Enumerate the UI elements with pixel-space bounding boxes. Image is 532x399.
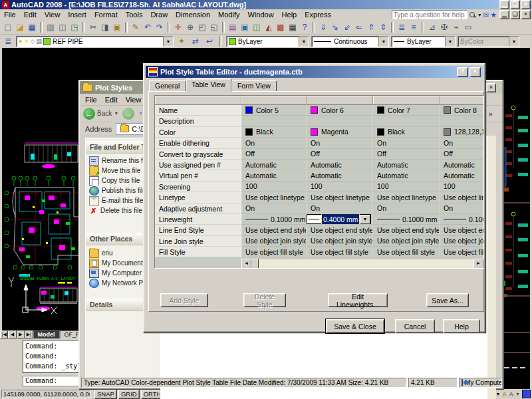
cell-description-col3[interactable] — [440, 116, 484, 126]
column-header-3[interactable] — [373, 96, 440, 105]
color-combo-dropdown-icon[interactable]: ▼ — [299, 37, 309, 47]
layer-combo[interactable]: ● ☀ ◇ ▤ REF PIPE ▼ — [16, 36, 174, 47]
cell-description-col2[interactable] — [373, 116, 440, 126]
back-label[interactable]: Back — [97, 110, 112, 117]
cell-description-col0[interactable] — [241, 116, 307, 126]
menu-edit[interactable]: Edit — [20, 10, 41, 19]
dialog-title-bar[interactable]: Plot Style Table Editor - ductmagenta.ct… — [146, 66, 483, 78]
cell-convert-to-grayscale-col2[interactable]: Off — [373, 149, 440, 160]
status-tray-chevron-icon[interactable]: ▼ — [515, 392, 520, 396]
annotation-tool-icon-4[interactable]: ▭ — [462, 21, 474, 33]
menu-view[interactable]: View — [41, 10, 65, 19]
paste-icon[interactable]: ▣ — [111, 21, 123, 33]
explorer-close-button[interactable]: × — [486, 83, 496, 92]
explorer-menu-file[interactable]: File — [81, 95, 101, 104]
cell-adaptive-adjustment-col2[interactable]: On — [373, 203, 440, 214]
lineweight-combo-open[interactable]: 0.4000 mm▼ — [307, 214, 371, 224]
toggle-grid[interactable]: GRID — [118, 390, 140, 399]
cell-color-col3[interactable]: 128,128,128 — [440, 127, 484, 138]
tab-first-icon[interactable]: |◀ — [0, 331, 8, 338]
match-properties-icon[interactable]: ✎ — [130, 21, 142, 33]
cell-virtual-pen--col0[interactable]: Automatic — [241, 170, 307, 181]
help-button[interactable]: Help — [443, 319, 480, 333]
cell-virtual-pen--col2[interactable]: Automatic — [373, 170, 440, 181]
column-header-4[interactable] — [440, 96, 484, 105]
undo-icon[interactable]: ↶ — [142, 21, 154, 33]
cell-line-end-style-col1[interactable]: Use object end style — [307, 225, 373, 235]
menu-tools[interactable]: Tools — [122, 10, 147, 19]
cell-line-join-style-col3[interactable]: Use object join style — [440, 236, 484, 247]
tab-prev-icon[interactable]: ◀ — [8, 331, 16, 338]
combo-dropdown-icon[interactable]: ▼ — [360, 215, 370, 224]
toolbar-overflow-icon[interactable]: » — [489, 110, 493, 118]
annotation-tool-icon-3[interactable]: ⌁ — [450, 21, 462, 33]
view-nav-icon-1[interactable]: ⇓ — [317, 21, 329, 33]
menu-help[interactable]: Help — [278, 10, 301, 19]
cell-enable-dithering-col1[interactable]: On — [307, 138, 373, 148]
open-icon[interactable]: ◪ — [14, 21, 26, 33]
scroll-right-icon[interactable]: ► — [473, 259, 483, 269]
calculator-icon[interactable]: ▦ — [287, 21, 299, 33]
doc-restore-button[interactable]: ❏ — [510, 10, 520, 19]
cell-color-col0[interactable]: Black — [241, 127, 307, 138]
restore-button[interactable]: ❏ — [510, 0, 520, 9]
cell-adaptive-adjustment-col0[interactable]: On — [241, 203, 307, 214]
cell-use-assigned-pen--col2[interactable]: Automatic — [373, 160, 440, 170]
layer-tool-icon-2[interactable]: ≡ — [408, 21, 420, 33]
cell-enable-dithering-col0[interactable]: On — [241, 138, 307, 148]
cell-description-col1[interactable] — [307, 116, 373, 126]
lineweight-combo-dropdown-icon[interactable]: ▼ — [445, 37, 455, 47]
cell-use-assigned-pen--col0[interactable]: Automatic — [241, 160, 307, 170]
layer-combo-dropdown-icon[interactable]: ▼ — [163, 37, 173, 47]
cell-name-col1[interactable]: Color 6 — [307, 105, 373, 116]
close-button[interactable]: × — [521, 0, 531, 9]
properties-icon[interactable]: ▤ — [227, 21, 239, 33]
cell-line-join-style-col1[interactable]: Use object join style — [307, 236, 373, 247]
doc-close-button[interactable]: × — [521, 10, 531, 19]
cell-screening-col3[interactable]: 100 — [440, 182, 484, 192]
annotation-autoscale-icon[interactable]: A — [509, 390, 513, 398]
cell-enable-dithering-col3[interactable]: On — [440, 138, 484, 148]
cell-fill-style-col1[interactable]: Use object fill style — [307, 247, 373, 257]
column-header-1[interactable] — [241, 96, 307, 105]
cell-lineweight-col1[interactable]: 0.4000 mm▼ — [307, 214, 373, 225]
cut-icon[interactable]: ✂ — [87, 21, 99, 33]
cell-line-join-style-col2[interactable]: Use object join style — [373, 236, 440, 247]
menu-express[interactable]: Express — [301, 10, 335, 19]
annotation-scale-dropdown-icon[interactable]: ▼ — [495, 392, 500, 396]
explorer-menu-edit[interactable]: Edit — [101, 95, 122, 104]
cell-adaptive-adjustment-col1[interactable]: On — [307, 203, 373, 214]
doc-minimize-button[interactable]: ▁ — [499, 10, 509, 19]
dialog-help-icon[interactable]: ? — [457, 67, 468, 77]
cell-name-col3[interactable]: Color 8 — [440, 105, 484, 116]
cell-color-col1[interactable]: Magenta — [307, 127, 373, 138]
make-layer-current-icon[interactable]: ✦ — [176, 36, 188, 47]
back-button[interactable]: ← — [83, 108, 95, 120]
cell-name-col0[interactable]: Color 5 — [241, 105, 307, 116]
pan-icon[interactable]: ✛ — [172, 21, 184, 33]
plot-preview-icon[interactable]: ◫ — [57, 21, 68, 33]
save-as-button[interactable]: Save As... — [426, 293, 469, 307]
cell-use-assigned-pen--col3[interactable]: Automatic — [440, 160, 484, 170]
dialog-close-icon[interactable]: × — [469, 67, 481, 77]
color-combo[interactable]: ByLayer ▼ — [226, 36, 309, 47]
tab-general[interactable]: General — [149, 80, 186, 92]
cell-linetype-col1[interactable]: Use object linetype — [307, 192, 373, 203]
tab-form-view[interactable]: Form View — [231, 80, 277, 92]
back-dropdown-icon[interactable]: ▼ — [114, 111, 118, 116]
layer-properties-manager-icon[interactable]: ≣ — [2, 36, 14, 47]
menu-window[interactable]: Window — [243, 10, 277, 19]
save-and-close-button[interactable]: Save & Close — [326, 319, 384, 333]
cell-adaptive-adjustment-col3[interactable]: On — [440, 203, 484, 214]
minimize-button[interactable]: ▁ — [499, 0, 509, 9]
cancel-button[interactable]: Cancel — [395, 319, 435, 333]
tab-last-icon[interactable]: ▶| — [25, 331, 33, 338]
linetype-combo-dropdown-icon[interactable]: ▼ — [378, 37, 388, 47]
layer-tool-icon-1[interactable]: ≣ — [396, 21, 408, 33]
cell-linetype-col3[interactable]: Use object linetype — [440, 192, 484, 203]
view-nav-icon-4[interactable]: ⇐ — [353, 21, 365, 33]
view-nav-icon-6[interactable]: ⇕ — [377, 21, 389, 33]
table-h-scrollbar[interactable]: ◄► — [241, 259, 483, 268]
toggle-snap[interactable]: SNAP — [94, 390, 117, 399]
zoom-previous-icon[interactable]: ◱ — [208, 21, 220, 33]
